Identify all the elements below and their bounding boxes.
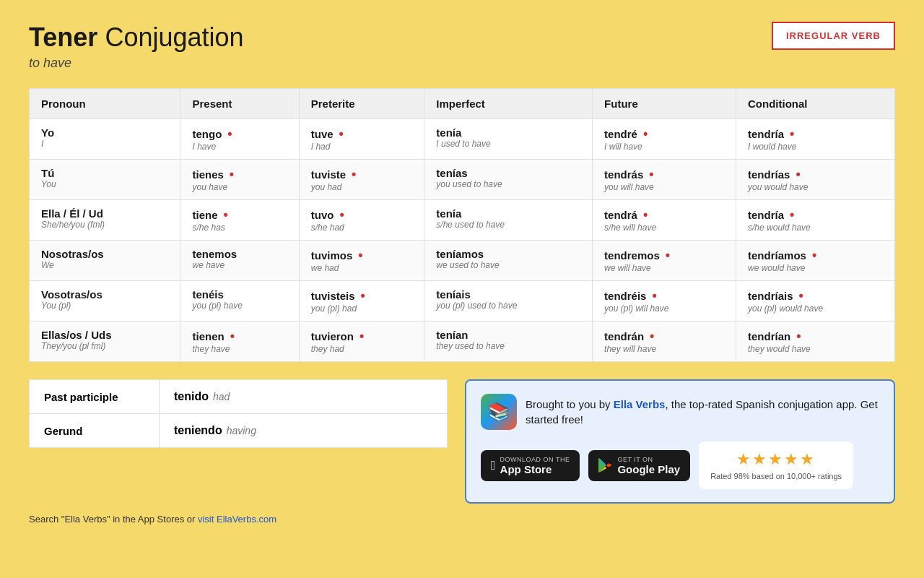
future-cell: tendrás •you will have: [593, 160, 736, 200]
preterite-cell: tuvisteis •you (pl) had: [299, 281, 424, 322]
col-preterite: Preterite: [299, 89, 424, 119]
conditional-cell: tendrías •you would have: [736, 160, 895, 200]
col-future: Future: [593, 89, 736, 119]
col-conditional: Conditional: [736, 89, 895, 119]
page-subtitle: to have: [29, 56, 244, 71]
gerund-value: teniendohaving: [160, 414, 448, 448]
imperfect-cell: teníaI used to have: [424, 119, 593, 160]
conditional-cell: tendrían •they would have: [736, 322, 895, 362]
pronoun-cell: Nosotras/osWe: [30, 241, 180, 281]
present-cell: tienes •you have: [180, 160, 299, 200]
app-store-button[interactable]:  Download on the App Store: [481, 450, 580, 481]
pronoun-cell: YoI: [30, 119, 180, 160]
page-header: Tener Conjugation to have IRREGULAR VERB: [29, 22, 895, 71]
promo-header: 📚 Brought to you by Ella Verbs, the top-…: [481, 394, 879, 430]
google-play-button[interactable]: GET IT ON Google Play: [588, 450, 690, 481]
pronoun-cell: TúYou: [30, 160, 180, 200]
pronoun-cell: Ella / Él / UdShe/he/you (fml): [30, 200, 180, 241]
preterite-cell: tuvimos •we had: [299, 241, 424, 281]
preterite-cell: tuvo •s/he had: [299, 200, 424, 241]
rating-box: ★★★★★ Rated 98% based on 10,000+ ratings: [699, 441, 853, 489]
conditional-cell: tendría •s/he would have: [736, 200, 895, 241]
pronoun-cell: Ellas/os / UdsThey/you (pl fml): [30, 322, 180, 362]
present-cell: tengo •I have: [180, 119, 299, 160]
present-cell: tenéisyou (pl) have: [180, 281, 299, 322]
col-imperfect: Imperfect: [424, 89, 593, 119]
present-cell: tienen •they have: [180, 322, 299, 362]
footer-search-text: Search "Ella Verbs" in the App Stores or…: [29, 514, 895, 525]
present-cell: tiene •s/he has: [180, 200, 299, 241]
conditional-cell: tendría •I would have: [736, 119, 895, 160]
ella-verbs-website-link[interactable]: visit EllaVerbs.com: [198, 514, 276, 525]
table-row: Ellas/os / UdsThey/you (pl fml)tienen •t…: [30, 322, 895, 362]
promo-card: 📚 Brought to you by Ella Verbs, the top-…: [465, 379, 895, 504]
col-present: Present: [180, 89, 299, 119]
table-row: YoItengo •I havetuve •I hadteníaI used t…: [30, 119, 895, 160]
ella-verbs-icon: 📚: [481, 394, 517, 430]
imperfect-cell: teníaisyou (pl) used to have: [424, 281, 593, 322]
past-participle-label: Past participle: [30, 380, 160, 414]
preterite-cell: tuviste •you had: [299, 160, 424, 200]
conditional-cell: tendríais •you (pl) would have: [736, 281, 895, 322]
title-block: Tener Conjugation to have: [29, 22, 244, 71]
ella-verbs-link[interactable]: Ella Verbs: [614, 398, 666, 410]
future-cell: tendré •I will have: [593, 119, 736, 160]
conjugation-table: Pronoun Present Preterite Imperfect Futu…: [29, 88, 895, 362]
future-cell: tendremos •we will have: [593, 241, 736, 281]
imperfect-cell: teníasyou used to have: [424, 160, 593, 200]
page-title: Tener Conjugation: [29, 22, 244, 53]
google-play-icon: [598, 458, 613, 473]
past-participle-row: Past participle tenidohad: [30, 380, 448, 414]
irregular-badge: IRREGULAR VERB: [772, 22, 895, 50]
table-row: TúYoutienes •you havetuviste •you hadten…: [30, 160, 895, 200]
rating-text: Rated 98% based on 10,000+ ratings: [710, 472, 842, 480]
table-row: Ella / Él / UdShe/he/you (fml)tiene •s/h…: [30, 200, 895, 241]
preterite-cell: tuvieron •they had: [299, 322, 424, 362]
future-cell: tendrá •s/he will have: [593, 200, 736, 241]
table-row: Vosotras/osYou (pl)tenéisyou (pl) havetu…: [30, 281, 895, 322]
participle-table: Past participle tenidohad Gerund teniend…: [29, 379, 448, 448]
future-cell: tendrán •they will have: [593, 322, 736, 362]
pronoun-cell: Vosotras/osYou (pl): [30, 281, 180, 322]
gerund-label: Gerund: [30, 414, 160, 448]
promo-description: Brought to you by Ella Verbs, the top-ra…: [526, 397, 879, 427]
bottom-section: Past participle tenidohad Gerund teniend…: [29, 379, 895, 504]
past-participle-value: tenidohad: [160, 380, 448, 414]
col-pronoun: Pronoun: [30, 89, 180, 119]
present-cell: tenemoswe have: [180, 241, 299, 281]
apple-icon: : [491, 458, 496, 473]
preterite-cell: tuve •I had: [299, 119, 424, 160]
imperfect-cell: tenías/he used to have: [424, 200, 593, 241]
star-rating: ★★★★★: [736, 450, 816, 469]
gerund-row: Gerund teniendohaving: [30, 414, 448, 448]
table-row: Nosotras/osWetenemoswe havetuvimos •we h…: [30, 241, 895, 281]
conditional-cell: tendríamos •we would have: [736, 241, 895, 281]
future-cell: tendréis •you (pl) will have: [593, 281, 736, 322]
imperfect-cell: teníamoswe used to have: [424, 241, 593, 281]
imperfect-cell: teníanthey used to have: [424, 322, 593, 362]
